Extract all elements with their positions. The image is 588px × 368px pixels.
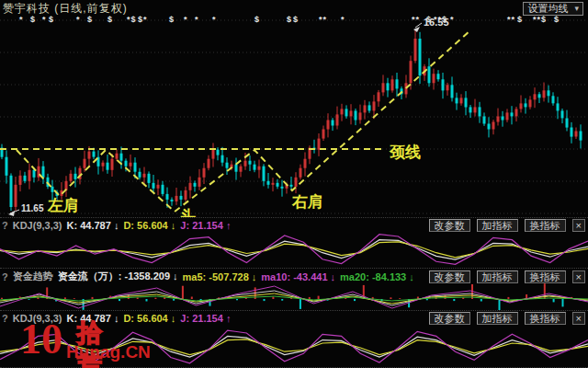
event-marker-icon: * bbox=[184, 15, 188, 24]
event-marker-icon: **$ bbox=[533, 15, 547, 24]
high-price-label: 16.55 bbox=[424, 17, 449, 28]
switch-indicator-button[interactable]: 换指标 bbox=[525, 219, 566, 232]
event-marker-icon: ** bbox=[412, 15, 420, 24]
kdj-j-value: J: 21.154 ↑ bbox=[180, 313, 231, 324]
change-params-button[interactable]: 改参数 bbox=[429, 270, 470, 283]
event-marker-icon: $ bbox=[49, 15, 54, 24]
add-indicator-button[interactable]: 加指标 bbox=[477, 270, 518, 283]
switch-indicator-button[interactable]: 换指标 bbox=[525, 270, 566, 283]
indicator-name: 资金趋势 bbox=[13, 270, 53, 283]
indicator-name: KDJ(9,3,3) bbox=[13, 220, 62, 231]
close-panel-button[interactable]: × bbox=[572, 312, 585, 325]
panel-header: ? KDJ(9,3,3) K: 44.787 ↓ D: 56.604 ↓ J: … bbox=[0, 218, 588, 232]
label-neckline: 颈线 bbox=[390, 142, 421, 163]
event-marker-icon: * bbox=[76, 15, 81, 24]
fund-ma5-value: ma5: -507.728 ↓ bbox=[183, 271, 257, 282]
main-price-chart[interactable]: 赞宇科技 (日线,前复权) 设置均线 ▾ *$*$*$$*$$*$***$$$*… bbox=[0, 0, 588, 217]
panel-header: ? 资金趋势 资金流（万）: -1358.209 ↓ ma5: -507.728… bbox=[0, 269, 588, 283]
event-marker-icon: $ bbox=[107, 15, 113, 24]
label-right-shoulder: 右肩 bbox=[292, 191, 323, 213]
trading-app-window: 赞宇科技 (日线,前复权) 设置均线 ▾ *$*$*$$*$$*$***$$$*… bbox=[0, 0, 588, 368]
event-marker-icon: ** bbox=[319, 15, 327, 24]
add-indicator-button[interactable]: 加指标 bbox=[477, 219, 518, 232]
low-price-label: 11.65 bbox=[21, 203, 43, 213]
close-panel-button[interactable]: × bbox=[572, 219, 585, 232]
change-params-button[interactable]: 改参数 bbox=[429, 219, 470, 232]
event-marker-icon: $ bbox=[554, 15, 560, 24]
dropdown-caret-icon: ▾ bbox=[574, 3, 579, 15]
kdj-d-value: D: 56.604 ↓ bbox=[123, 220, 175, 231]
help-icon[interactable]: ? bbox=[2, 313, 8, 324]
gridlines bbox=[0, 20, 588, 213]
event-marker-icon: ** bbox=[507, 15, 515, 24]
event-marker-icon: $ bbox=[293, 15, 299, 24]
indicator-panel-fund-flow: ? 资金趋势 资金流（万）: -1358.209 ↓ ma5: -507.728… bbox=[0, 268, 588, 310]
add-indicator-button[interactable]: 加指标 bbox=[477, 312, 518, 325]
label-left-shoulder: 左肩 bbox=[48, 195, 79, 216]
fund-flow-value: 资金流（万）: -1358.209 ↓ bbox=[58, 270, 178, 283]
event-marker-icon: * bbox=[450, 15, 455, 24]
indicator-panel-kdj-lower: ? KDJ(9,3,3) K: 44.787 ↓ D: 56.604 ↓ J: … bbox=[0, 310, 588, 368]
candlestick-chart bbox=[0, 0, 588, 217]
event-marker-icon: * bbox=[195, 15, 199, 24]
indicator-panel-kdj-upper: ? KDJ(9,3,3) K: 44.787 ↓ D: 56.604 ↓ J: … bbox=[0, 217, 588, 268]
help-icon[interactable]: ? bbox=[2, 220, 8, 231]
ma-settings-button[interactable]: 设置均线 ▾ bbox=[523, 2, 583, 16]
event-marker-icon: $ bbox=[30, 15, 36, 24]
event-marker-icon: $ bbox=[169, 15, 175, 24]
high-callout-arrowhead bbox=[413, 27, 420, 32]
event-marker-icon: $ bbox=[287, 15, 292, 24]
fund-ma10-value: ma10: -43.441 ↓ bbox=[261, 271, 335, 282]
candles bbox=[1, 29, 582, 211]
event-marker-icon: * bbox=[42, 15, 47, 24]
change-params-button[interactable]: 改参数 bbox=[429, 312, 470, 325]
help-icon[interactable]: ? bbox=[2, 271, 8, 282]
head-shoulders-trendline bbox=[17, 30, 470, 212]
kdj-chart-lower bbox=[0, 325, 588, 368]
kdj-chart-upper bbox=[0, 232, 588, 270]
kdj-d-value: D: 56.604 ↓ bbox=[123, 313, 175, 324]
event-marker-icon: * bbox=[212, 15, 217, 24]
close-panel-button[interactable]: × bbox=[572, 270, 585, 283]
kdj-j-value: J: 21.154 ↑ bbox=[180, 220, 231, 231]
event-marker-icon: * bbox=[19, 15, 24, 24]
ma-settings-label: 设置均线 bbox=[527, 3, 568, 15]
indicator-name: KDJ(9,3,3) bbox=[13, 313, 62, 324]
event-marker-icon: $ bbox=[517, 15, 523, 24]
fund-ma20-value: ma20: -84.133 ↓ bbox=[340, 271, 414, 282]
kdj-k-value: K: 44.787 ↓ bbox=[67, 313, 119, 324]
event-marker-icon: $ bbox=[87, 15, 93, 24]
event-marker-icon: * bbox=[341, 15, 345, 24]
event-marker-icon: $ bbox=[254, 15, 260, 24]
low-callout-arrowhead bbox=[8, 211, 15, 216]
event-marker-icon: $* bbox=[138, 15, 148, 24]
event-marker-icon: *$ bbox=[127, 15, 137, 24]
kdj-k-value: K: 44.787 ↓ bbox=[67, 220, 119, 231]
switch-indicator-button[interactable]: 换指标 bbox=[525, 312, 566, 325]
panel-header: ? KDJ(9,3,3) K: 44.787 ↓ D: 56.604 ↓ J: … bbox=[0, 311, 588, 325]
